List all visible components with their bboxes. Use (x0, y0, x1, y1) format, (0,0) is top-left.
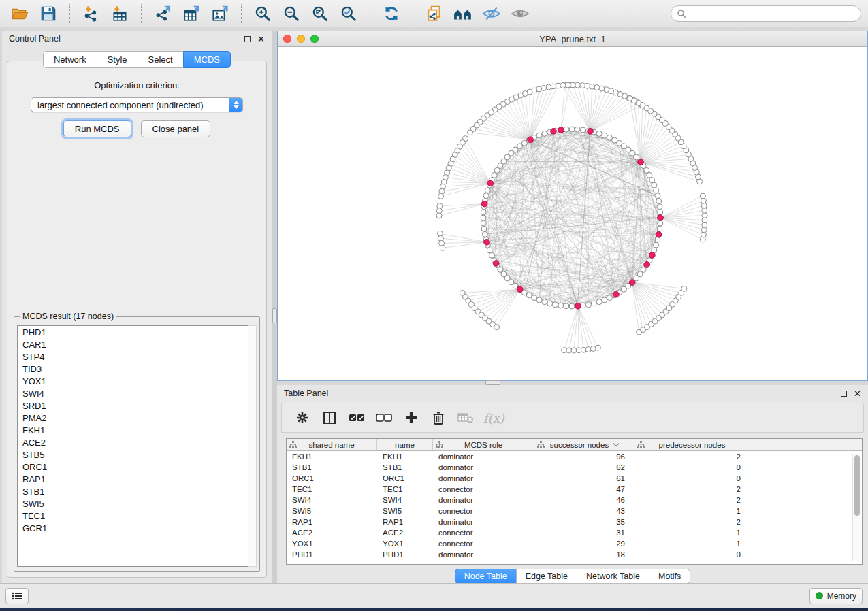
column-header-predecessor-nodes[interactable]: predecessor nodes (634, 439, 750, 450)
column-header-successor-nodes[interactable]: successor nodes (534, 439, 634, 450)
vertical-splitter-handle[interactable] (272, 308, 277, 323)
mcds-result-item[interactable]: YOX1 (18, 375, 256, 387)
export-network-button[interactable] (150, 3, 176, 24)
import-network-button[interactable] (78, 3, 104, 24)
network-canvas[interactable] (278, 47, 867, 380)
table-row[interactable]: ORC1ORC1dominator610 (287, 473, 862, 484)
toolbar-separator (69, 4, 70, 23)
network-window-titlebar[interactable]: YPA_prune.txt_1 (278, 31, 867, 47)
mcds-list-scrollbar[interactable] (248, 325, 257, 567)
control-panel: Control Panel ✕ NetworkStyleSelectMCDS O… (2, 31, 272, 583)
table-row[interactable]: YOX1YOX1connector291 (287, 538, 862, 549)
mcds-result-item[interactable]: CAR1 (18, 338, 256, 350)
select-all-button[interactable] (343, 407, 370, 429)
tab-network-table[interactable]: Network Table (577, 569, 649, 584)
table-cell: FKH1 (377, 451, 433, 462)
mcds-result-item[interactable]: STB5 (18, 448, 256, 461)
zoom-selected-button[interactable] (336, 3, 361, 24)
memory-button[interactable]: Memory (809, 588, 863, 604)
main-toolbar (0, 0, 868, 27)
search-input[interactable] (690, 9, 855, 18)
tab-network[interactable]: Network (43, 51, 97, 68)
tab-mcds[interactable]: MCDS (183, 51, 231, 68)
mcds-result-item[interactable]: TEC1 (18, 510, 256, 522)
mcds-result-item[interactable]: ACE2 (18, 436, 256, 448)
table-row[interactable]: ACE2ACE2connector311 (287, 527, 862, 538)
mcds-result-item[interactable]: PMA2 (18, 412, 256, 424)
mcds-result-item[interactable]: STB1 (18, 485, 256, 497)
close-panel-icon[interactable]: ✕ (257, 36, 265, 42)
import-table-icon (111, 5, 129, 22)
mcds-result-list: PHD1CAR1STP4TID3YOX1SWI4SRD1PMA2FKH1ACE2… (17, 325, 257, 567)
show-details-button[interactable] (507, 3, 533, 24)
mcds-result-item[interactable]: GCR1 (18, 522, 256, 534)
table-cell: dominator (433, 495, 534, 506)
mcds-result-item[interactable]: RAP1 (18, 473, 256, 485)
float-table-panel-icon[interactable] (841, 391, 847, 397)
table-scrollbar[interactable] (852, 454, 861, 561)
table-cell: PHD1 (287, 549, 377, 560)
vertical-splitter[interactable] (272, 31, 277, 583)
tab-edge-table[interactable]: Edge Table (516, 569, 577, 584)
tab-select[interactable]: Select (138, 51, 184, 68)
delete-table-icon (457, 412, 474, 424)
table-cell: STB1 (377, 462, 433, 473)
export-image-button[interactable] (207, 3, 233, 24)
mcds-result-item[interactable]: FKH1 (18, 424, 256, 436)
zoom-fit-button[interactable] (307, 3, 333, 24)
close-panel-button[interactable]: Close panel (141, 120, 211, 137)
table-tabs: Node TableEdge TableNetwork TableMotifs (277, 569, 868, 584)
table-row[interactable]: TEC1TEC1connector472 (287, 484, 862, 495)
export-table-button[interactable] (178, 3, 204, 24)
table-row[interactable]: RAP1RAP1dominator352 (287, 516, 862, 527)
column-header-MCDS-role[interactable]: MCDS role (433, 439, 534, 450)
mcds-result-title: MCDS result (17 nodes) (20, 312, 116, 321)
tab-motifs[interactable]: Motifs (649, 569, 690, 584)
float-panel-icon[interactable] (244, 36, 251, 42)
table-cell: 0 (634, 462, 750, 473)
table-options-button[interactable] (289, 407, 316, 429)
task-history-button[interactable] (5, 588, 29, 604)
tab-node-table[interactable]: Node Table (455, 569, 517, 584)
function-builder-fx-label: f(x) (483, 411, 504, 425)
zoom-out-button[interactable] (278, 3, 304, 24)
show-columns-button[interactable] (316, 407, 343, 429)
search-icon (677, 9, 686, 18)
optimization-criterion-select[interactable]: largest connected component (undirected) (31, 97, 243, 112)
table-row[interactable]: PHD1PHD1dominator180 (287, 549, 862, 560)
close-table-panel-icon[interactable]: ✕ (854, 391, 861, 397)
horizontal-splitter-handle[interactable] (485, 380, 500, 385)
node-table-body: FKH1FKH1dominator962STB1STB1dominator620… (287, 451, 862, 560)
table-row[interactable]: FKH1FKH1dominator962 (287, 451, 862, 462)
mcds-result-item[interactable]: SWI4 (18, 387, 256, 399)
mcds-result-item[interactable]: SWI5 (18, 497, 256, 510)
column-header-shared-name[interactable]: shared name (287, 439, 377, 450)
mcds-result-item[interactable]: ORC1 (18, 461, 256, 473)
tab-style[interactable]: Style (97, 51, 138, 68)
open-file-button[interactable] (7, 3, 33, 24)
add-column-button[interactable] (398, 407, 425, 429)
import-table-button[interactable] (107, 3, 133, 24)
zoom-in-button[interactable] (250, 3, 276, 24)
table-row[interactable]: SWI4SWI4dominator462 (287, 495, 862, 506)
mcds-result-item[interactable]: TID3 (18, 363, 256, 375)
table-row[interactable]: SWI5SWI5connector431 (287, 506, 862, 516)
table-scrollbar-thumb[interactable] (854, 455, 860, 516)
column-header-name[interactable]: name (377, 439, 433, 450)
clone-network-button[interactable] (421, 3, 447, 24)
table-cell: 96 (534, 451, 634, 462)
mcds-result-item[interactable]: STP4 (18, 350, 256, 363)
trash-icon (432, 410, 445, 425)
run-mcds-button[interactable]: Run MCDS (63, 120, 131, 137)
deselect-all-button[interactable] (370, 407, 398, 429)
mcds-result-item[interactable]: PHD1 (18, 326, 256, 338)
mcds-result-item[interactable]: SRD1 (18, 399, 256, 412)
refresh-button[interactable] (379, 3, 404, 24)
neighbors-button[interactable] (450, 3, 476, 24)
table-row[interactable]: STB1STB1dominator620 (287, 462, 862, 473)
toolbar-separator (370, 4, 370, 23)
save-session-button[interactable] (35, 3, 61, 24)
memory-status-icon (816, 592, 823, 599)
hide-details-button[interactable] (479, 3, 504, 24)
delete-column-button[interactable] (425, 407, 452, 429)
